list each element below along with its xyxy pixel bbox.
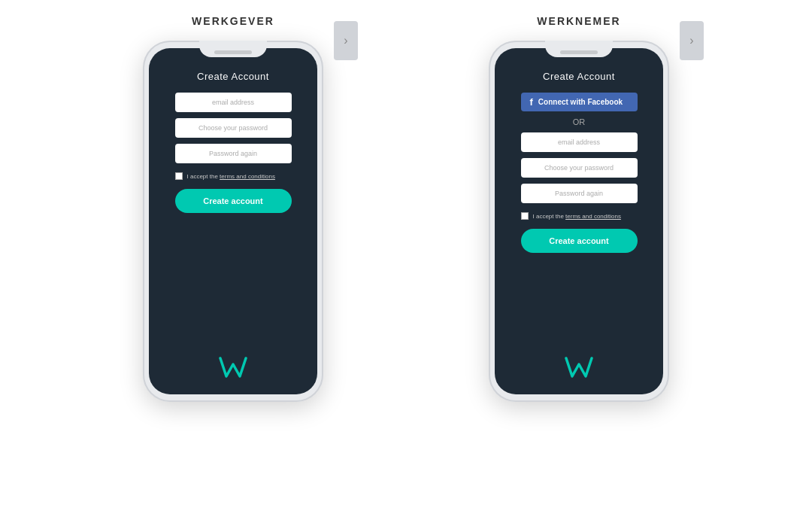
- werkgever-password-field[interactable]: Choose your password: [175, 118, 292, 138]
- werknemer-terms-link[interactable]: terms and conditions: [565, 213, 621, 220]
- werknemer-column: WERKNEMER Create Account f Connect with …: [429, 15, 729, 81]
- werknemer-create-button-label: Create account: [549, 236, 608, 245]
- werknemer-terms-row: I accept the terms and conditions: [521, 212, 638, 220]
- werkgever-terms-text: I accept the terms and conditions: [187, 173, 275, 180]
- werknemer-logo: [565, 357, 593, 381]
- werkgever-terms-link[interactable]: terms and conditions: [220, 173, 275, 180]
- werknemer-password-field[interactable]: Choose your password: [521, 158, 638, 178]
- werkgever-terms-checkbox[interactable]: [175, 172, 183, 180]
- facebook-icon: f: [530, 96, 533, 108]
- werknemer-email-placeholder: email address: [558, 138, 600, 146]
- facebook-button-label: Connect with Facebook: [538, 98, 623, 106]
- werkgever-password-again-field[interactable]: Password again: [175, 144, 292, 163]
- werknemer-facebook-button[interactable]: f Connect with Facebook: [521, 93, 638, 111]
- werknemer-password-again-field[interactable]: Password again: [521, 184, 638, 203]
- werknemer-terms-text: I accept the terms and conditions: [533, 213, 621, 220]
- werknemer-arrow-icon: ›: [689, 34, 693, 47]
- phone-notch: [199, 41, 267, 57]
- werknemer-password-placeholder: Choose your password: [544, 164, 614, 172]
- werkgever-title: WERKGEVER: [192, 15, 274, 27]
- werknemer-next-arrow[interactable]: ›: [680, 21, 704, 60]
- werknemer-title: WERKNEMER: [537, 15, 620, 27]
- werkgever-column: WERKGEVER Create Account email address C…: [83, 15, 383, 81]
- werkgever-password-again-placeholder: Password again: [209, 150, 257, 157]
- werkgever-create-button-label: Create account: [203, 196, 262, 205]
- werkgever-email-placeholder: email address: [212, 99, 254, 106]
- werkgever-screen: Create Account email address Choose your…: [149, 48, 317, 394]
- werkgever-phone: Create Account email address Choose your…: [143, 41, 323, 402]
- notch-bar: [214, 50, 252, 54]
- werknemer-terms-checkbox[interactable]: [521, 212, 529, 220]
- or-divider: OR: [573, 117, 586, 126]
- werkgever-next-arrow[interactable]: ›: [334, 21, 358, 60]
- werknemer-screen: Create Account f Connect with Facebook O…: [495, 48, 663, 394]
- werknemer-phone: Create Account f Connect with Facebook O…: [489, 41, 669, 402]
- werkgever-create-button[interactable]: Create account: [175, 189, 292, 213]
- werkgever-password-placeholder: Choose your password: [198, 124, 268, 132]
- werknemer-phone-notch: [545, 41, 613, 57]
- werknemer-notch-bar: [560, 50, 598, 54]
- werknemer-email-field[interactable]: email address: [521, 132, 638, 152]
- werkgever-arrow-icon: ›: [344, 34, 347, 47]
- werkgever-logo: [219, 357, 247, 381]
- werknemer-screen-title: Create Account: [543, 71, 615, 82]
- werkgever-screen-title: Create Account: [197, 71, 269, 82]
- werknemer-password-again-placeholder: Password again: [555, 190, 603, 197]
- werkgever-terms-row: I accept the terms and conditions: [175, 172, 292, 180]
- werkgever-email-field[interactable]: email address: [175, 93, 292, 112]
- werknemer-create-button[interactable]: Create account: [521, 229, 638, 253]
